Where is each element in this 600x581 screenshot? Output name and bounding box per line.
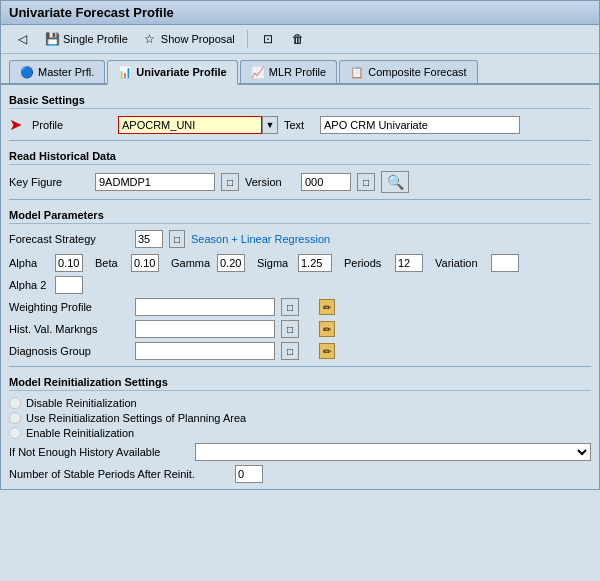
composite-tab-icon: 📋 (350, 65, 364, 79)
save-single-profile-button[interactable]: 💾 Single Profile (39, 29, 133, 49)
univariate-tab-icon: 📊 (118, 65, 132, 79)
diagnosis-select-btn[interactable]: □ (281, 342, 299, 360)
hist-val-edit-btn[interactable]: ✏ (319, 321, 335, 337)
tabs-container: 🔵 Master Prfl. 📊 Univariate Profile 📈 ML… (9, 60, 591, 83)
read-historical-section: Read Historical Data Key Figure □ Versio… (9, 147, 591, 193)
alpha2-label: Alpha 2 (9, 279, 49, 291)
content-area: Basic Settings ➤ Profile ▼ Text Read His… (1, 91, 599, 483)
model-parameters-header: Model Parameters (9, 206, 591, 224)
show-proposal-button[interactable]: ☆ Show Proposal (137, 29, 240, 49)
divider-3 (9, 366, 591, 367)
master-tab-label: Master Prfl. (38, 66, 94, 78)
stable-periods-label: Number of Stable Periods After Reinit. (9, 468, 229, 480)
read-historical-header: Read Historical Data (9, 147, 591, 165)
stable-periods-row: Number of Stable Periods After Reinit. (9, 465, 591, 483)
if-not-enough-select[interactable] (195, 443, 591, 461)
version-input[interactable] (301, 173, 351, 191)
tab-mlr[interactable]: 📈 MLR Profile (240, 60, 337, 83)
stable-periods-input[interactable] (235, 465, 263, 483)
tabs-area: 🔵 Master Prfl. 📊 Univariate Profile 📈 ML… (1, 54, 599, 85)
back-button[interactable]: ◁ (9, 29, 35, 49)
proposal-label: Show Proposal (161, 33, 235, 45)
forecast-strategy-input[interactable] (135, 230, 163, 248)
sigma-input[interactable] (298, 254, 332, 272)
version-search-btn[interactable]: 🔍 (381, 171, 409, 193)
profile-combo: ▼ (118, 116, 278, 134)
enable-reinit-row: Enable Reinitialization (9, 427, 591, 439)
gamma-input[interactable] (217, 254, 245, 272)
search-icon: 🔍 (387, 174, 404, 190)
version-label: Version (245, 176, 295, 188)
key-figure-select-btn[interactable]: □ (221, 173, 239, 191)
profile-input[interactable] (118, 116, 262, 134)
weighting-label: Weighting Profile (9, 301, 129, 313)
diagnosis-row: Diagnosis Group □ ✏ (9, 342, 591, 360)
mlr-tab-label: MLR Profile (269, 66, 326, 78)
divider-2 (9, 199, 591, 200)
weighting-row: Weighting Profile □ ✏ (9, 298, 591, 316)
profile-dropdown-arrow[interactable]: ▼ (262, 116, 278, 134)
window-title: Univariate Forecast Profile (9, 5, 174, 20)
weighting-input[interactable] (135, 298, 275, 316)
sigma-label: Sigma (257, 257, 292, 269)
forecast-strategy-row: Forecast Strategy □ Season + Linear Regr… (9, 230, 591, 248)
diagnosis-edit-btn[interactable]: ✏ (319, 343, 335, 359)
delete-button[interactable]: 🗑 (285, 29, 311, 49)
tab-univariate[interactable]: 📊 Univariate Profile (107, 60, 237, 85)
alpha-row: Alpha Beta Gamma Sigma Periods Variation (9, 254, 591, 272)
variation-input[interactable] (491, 254, 519, 272)
enable-reinit-radio[interactable] (9, 427, 21, 439)
tab-composite[interactable]: 📋 Composite Forecast (339, 60, 477, 83)
diagnosis-input[interactable] (135, 342, 275, 360)
composite-tab-label: Composite Forecast (368, 66, 466, 78)
forecast-strategy-label: Forecast Strategy (9, 233, 129, 245)
variation-label: Variation (435, 257, 485, 269)
alpha2-row: Alpha 2 (9, 276, 591, 294)
disable-reinit-radio[interactable] (9, 397, 21, 409)
profile-row: ➤ Profile ▼ Text (9, 115, 591, 134)
hist-val-select-btn[interactable]: □ (281, 320, 299, 338)
proposal-icon: ☆ (142, 31, 158, 47)
hist-val-label: Hist. Val. Markngs (9, 323, 129, 335)
copy-button[interactable]: ⊡ (255, 29, 281, 49)
disable-reinit-label: Disable Reinitialization (26, 397, 137, 409)
delete-icon: 🗑 (290, 31, 306, 47)
periods-input[interactable] (395, 254, 423, 272)
hist-val-input[interactable] (135, 320, 275, 338)
model-parameters-section: Model Parameters Forecast Strategy □ Sea… (9, 206, 591, 360)
if-not-enough-combo (195, 443, 591, 461)
copy-icon: ⊡ (260, 31, 276, 47)
strategy-link[interactable]: Season + Linear Regression (191, 233, 330, 245)
key-figure-input[interactable] (95, 173, 215, 191)
periods-label: Periods (344, 257, 389, 269)
beta-label: Beta (95, 257, 125, 269)
toolbar: ◁ 💾 Single Profile ☆ Show Proposal ⊡ 🗑 (1, 25, 599, 54)
weighting-edit-btn[interactable]: ✏ (319, 299, 335, 315)
main-window: Univariate Forecast Profile ◁ 💾 Single P… (0, 0, 600, 490)
beta-input[interactable] (131, 254, 159, 272)
reinit-section: Model Reinitialization Settings Disable … (9, 373, 591, 483)
use-settings-reinit-label: Use Reinitialization Settings of Plannin… (26, 412, 246, 424)
weighting-select-btn[interactable]: □ (281, 298, 299, 316)
save-icon: 💾 (44, 31, 60, 47)
tab-master[interactable]: 🔵 Master Prfl. (9, 60, 105, 83)
basic-settings-section: Basic Settings ➤ Profile ▼ Text (9, 91, 591, 134)
title-bar: Univariate Forecast Profile (1, 1, 599, 25)
version-select-btn[interactable]: □ (357, 173, 375, 191)
use-settings-reinit-row: Use Reinitialization Settings of Plannin… (9, 412, 591, 424)
forecast-strategy-select-btn[interactable]: □ (169, 230, 185, 248)
basic-settings-header: Basic Settings (9, 91, 591, 109)
alpha-label: Alpha (9, 257, 49, 269)
use-settings-reinit-radio[interactable] (9, 412, 21, 424)
diagnosis-label: Diagnosis Group (9, 345, 129, 357)
key-figure-row: Key Figure □ Version □ 🔍 (9, 171, 591, 193)
divider-1 (9, 140, 591, 141)
alpha2-input[interactable] (55, 276, 83, 294)
back-icon: ◁ (14, 31, 30, 47)
hist-val-row: Hist. Val. Markngs □ ✏ (9, 320, 591, 338)
alpha-input[interactable] (55, 254, 83, 272)
if-not-enough-label: If Not Enough History Available (9, 446, 189, 458)
toolbar-separator (247, 30, 248, 48)
mlr-tab-icon: 📈 (251, 65, 265, 79)
text-input[interactable] (320, 116, 520, 134)
